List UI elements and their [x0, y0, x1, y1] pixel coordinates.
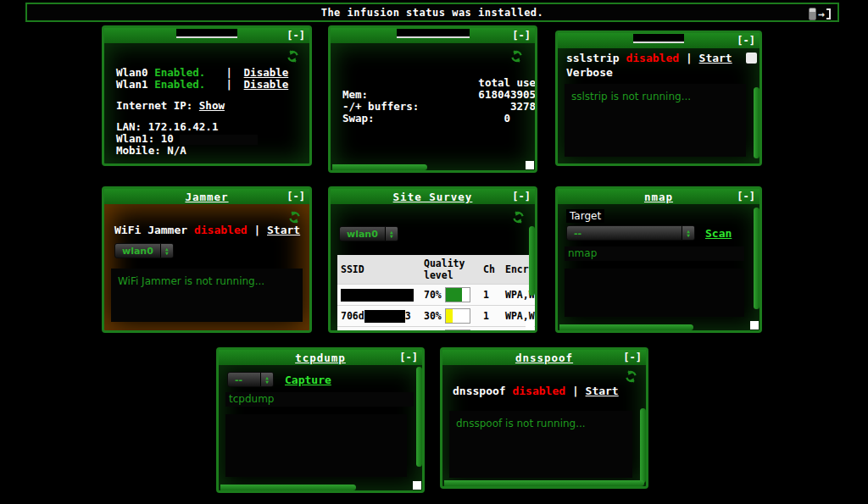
resize-grip[interactable] — [750, 321, 759, 330]
collapse-button[interactable]: [-] — [399, 352, 418, 363]
jammer-panel: Jammer [-] WiFi Jammer disabled | Start … — [102, 186, 312, 333]
collapse-button[interactable]: [-] — [737, 191, 755, 202]
show-ip-link[interactable]: Show — [199, 99, 225, 112]
nmap-target-select[interactable]: -- ▲ ▼ — [566, 225, 695, 241]
sslstrip-panel-body: sslstrip disabled | Start Verbose sslstr… — [558, 48, 760, 163]
sslstrip-output: sslstrip is not running... — [565, 84, 746, 157]
refresh-icon[interactable] — [287, 50, 299, 63]
wlan1-status-line: Wlan1 Enabled. | Disable — [116, 79, 309, 91]
sslstrip-start-link[interactable]: Start — [699, 52, 732, 64]
memory-table: total used Mem: 61804 39052 -/+ buffers:… — [342, 77, 523, 125]
tcpdump-panel-header[interactable]: tcpdump [-] — [219, 350, 422, 365]
mobile-line: Mobile: N/A — [116, 145, 309, 157]
mobile-device-icon[interactable] — [809, 8, 816, 20]
vertical-scrollbar-thumb[interactable] — [416, 367, 422, 467]
dnsspoof-panel-header[interactable]: dnsspoof [-] — [442, 350, 646, 365]
nmap-output — [565, 269, 744, 317]
site-survey-panel-header[interactable]: Site Survey [-] — [331, 189, 535, 204]
jammer-interface-select[interactable]: wlan0 ▲ ▼ — [114, 243, 174, 258]
collapse-button[interactable]: [-] — [287, 191, 305, 202]
col-ssid: SSID — [337, 255, 420, 285]
ssid-cell — [337, 285, 420, 306]
verbose-label: Verbose — [558, 65, 760, 79]
vertical-scrollbar-thumb[interactable] — [529, 226, 535, 296]
redacted-panel-title — [397, 29, 470, 38]
horizontal-scrollbar-thumb[interactable] — [444, 480, 644, 486]
sslstrip-panel-header[interactable]: [-] — [558, 33, 760, 48]
vertical-scrollbar-thumb[interactable] — [754, 208, 760, 309]
status-panel-body: Wlan0 Enabled. | Disable Wlan1 Enabled. … — [104, 43, 309, 163]
panel-title: Jammer — [185, 191, 228, 203]
dnsspoof-status: disabled — [512, 385, 565, 397]
channel-cell: 1 — [480, 306, 502, 327]
capture-link[interactable]: Capture — [285, 374, 331, 386]
collapse-button[interactable]: [-] — [512, 191, 531, 202]
select-spinner-icon: ▲ ▼ — [260, 373, 273, 386]
resources-panel-header[interactable]: [-] — [331, 28, 535, 43]
wlan0-status-line: Wlan0 Enabled. | Disable — [116, 67, 309, 79]
wlan1-state: Enabled. — [154, 78, 205, 91]
resize-grip[interactable] — [526, 321, 534, 330]
dnsspoof-panel-body: dnsspoof disabled | Start dnsspoof is no… — [442, 365, 646, 486]
refresh-icon[interactable] — [625, 370, 637, 383]
buffers-total — [434, 101, 510, 113]
notification-banner: The infusion status was installed. → — [25, 3, 839, 22]
logout-bracket-icon[interactable] — [826, 8, 831, 19]
survey-table: SSID Quality level Ch Encryption 70% 1 W… — [337, 255, 535, 330]
jammer-panel-header[interactable]: Jammer [-] — [104, 189, 309, 204]
tcpdump-interface-select[interactable]: -- ▲ ▼ — [227, 372, 274, 387]
swap-row-label: Swap: — [342, 113, 434, 125]
wlan1-disable-link[interactable]: Disable — [244, 78, 289, 91]
memory-used: 39052 — [510, 89, 535, 101]
refresh-icon[interactable] — [510, 50, 523, 63]
resize-grip[interactable] — [526, 161, 534, 169]
horizontal-scrollbar-thumb[interactable] — [220, 485, 356, 490]
logout-arrow-icon[interactable]: → — [818, 8, 825, 19]
dnsspoof-start-link[interactable]: Start — [586, 385, 619, 397]
verbose-checkbox[interactable] — [746, 53, 757, 64]
status-panel-header[interactable]: [-] — [104, 28, 309, 43]
resize-grip[interactable] — [413, 481, 421, 490]
nmap-panel-header[interactable]: nmap [-] — [558, 189, 760, 204]
memory-col-total: total — [434, 77, 510, 89]
quality-cell: 70% — [420, 285, 480, 306]
vertical-scrollbar-thumb[interactable] — [640, 408, 646, 483]
horizontal-scrollbar-thumb[interactable] — [559, 324, 693, 330]
memory-total: 61804 — [434, 89, 510, 101]
survey-row[interactable]: 706d3 30% 1 WPA,WPA2 — [337, 306, 535, 327]
collapse-button[interactable]: [-] — [623, 352, 642, 363]
collapse-button[interactable]: [-] — [512, 30, 531, 42]
resources-panel-body: total used Mem: 61804 39052 -/+ buffers:… — [331, 43, 535, 170]
banner-message: The infusion status was installed. — [321, 7, 544, 19]
internet-ip-line: Internet IP: Show — [116, 100, 309, 112]
site-survey-panel: Site Survey [-] wlan0 ▲ ▼ SSID Quality l… — [328, 186, 537, 333]
col-channel: Ch — [480, 255, 502, 285]
tcpdump-output — [225, 414, 407, 477]
horizontal-scrollbar-thumb[interactable] — [332, 164, 427, 170]
survey-row[interactable]: 70% 1 WPA,WPA2 — [337, 285, 535, 306]
vertical-scrollbar-thumb[interactable] — [754, 87, 760, 158]
collapse-button[interactable]: [-] — [287, 30, 305, 42]
refresh-icon[interactable] — [512, 211, 525, 224]
dnsspoof-output: dnsspoof is not running... — [449, 411, 632, 478]
sslstrip-status-line: sslstrip disabled | Start — [558, 48, 760, 65]
scan-link[interactable]: Scan — [705, 227, 732, 240]
wlan1-clients-line: Wlan1: 10 — [116, 133, 309, 145]
survey-row[interactable]: 70% 6 WPA2 — [337, 327, 535, 331]
quality-cell: 70% — [420, 327, 480, 331]
refresh-icon[interactable] — [288, 211, 301, 224]
status-panel: [-] Wlan0 Enabled. | Disable Wlan1 Enabl… — [102, 25, 312, 166]
select-value: -- — [228, 373, 260, 386]
target-label: Target — [566, 209, 604, 223]
memory-col-used: used — [510, 77, 535, 89]
redacted-panel-title — [176, 29, 237, 38]
redacted-panel-title — [633, 34, 684, 43]
survey-interface-select[interactable]: wlan0 ▲ ▼ — [339, 226, 398, 241]
redacted-ssid — [341, 289, 414, 302]
collapse-button[interactable]: [-] — [737, 35, 755, 47]
swap-total: 0 — [434, 113, 510, 125]
col-quality: Quality level — [420, 255, 480, 285]
nmap-panel: nmap [-] Target -- ▲ ▼ Scan nmap — [555, 186, 762, 333]
wlan0-disable-link[interactable]: Disable — [244, 66, 289, 79]
jammer-start-link[interactable]: Start — [267, 224, 300, 236]
